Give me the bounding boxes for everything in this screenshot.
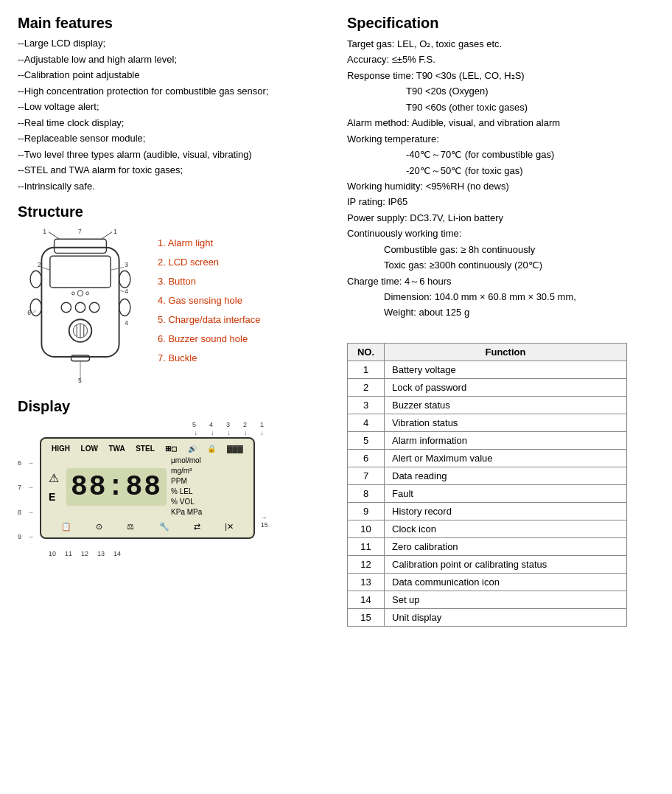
table-cell-no: 7	[348, 467, 385, 484]
table-row: 2Lock of password	[348, 378, 627, 396]
table-cell-function: Zero calibration	[385, 537, 627, 555]
battery-full-icon: ▓▓▓	[227, 445, 243, 453]
table-cell-function: Clock icon	[385, 520, 627, 537]
svg-line-2	[49, 232, 59, 240]
svg-text:4: 4	[125, 319, 128, 327]
spec-line-10: IP rating: IP65	[347, 194, 654, 209]
table-cell-function: Alert or Maximum value	[385, 449, 627, 467]
table-row: 1Battery voltage	[348, 361, 627, 378]
display-section: Display 5 4 3 2 1 ↓ ↓ ↓ ↓ ↓	[18, 398, 325, 557]
svg-point-18	[119, 271, 130, 288]
spec-line-8: -20℃～50℃ (for toxic gas)	[347, 163, 654, 178]
svg-point-19	[119, 299, 130, 316]
table-row: 14Set up	[348, 591, 627, 608]
table-cell-no: 4	[348, 414, 385, 431]
top-num-2: 2	[243, 421, 247, 428]
table-cell-function: Unit display	[385, 608, 627, 626]
svg-text:6: 6	[27, 309, 31, 316]
table-cell-function: Lock of password	[385, 378, 627, 396]
feature-9: --STEL and TWA alarm for toxic gases;	[18, 163, 325, 178]
e-low-battery-icon: E	[49, 491, 59, 503]
top-num-3: 3	[226, 421, 230, 428]
high-label: HIGH	[52, 445, 70, 453]
structure-section: Structure 1 1 7	[18, 203, 325, 391]
table-cell-no: 12	[348, 555, 385, 573]
feature-3: --Calibration point adjustable	[18, 68, 325, 83]
specification-section: Specification Target gas: LEL, O₂, toxic…	[347, 15, 654, 321]
right-num-15: → 15	[261, 514, 276, 529]
svg-point-20	[77, 290, 83, 296]
arrow-4: ↓	[211, 429, 214, 436]
svg-line-25	[41, 267, 49, 270]
spec-line-7: -40℃～70℃ (for combustible gas)	[347, 147, 654, 162]
structure-label-2: 2. LCD screen	[158, 253, 260, 272]
arrows-icon: ⇄	[194, 522, 200, 532]
spec-line-14: Toxic gas: ≥300h continuously (20℃)	[347, 257, 654, 273]
arrow-2: ↓	[244, 429, 248, 436]
table-cell-function: Battery voltage	[385, 361, 627, 378]
feature-1: --Large LCD display;	[18, 36, 325, 51]
lock-icon: 🔒	[207, 445, 216, 453]
left-column: Main features --Large LCD display; --Adj…	[18, 15, 325, 627]
lcd-display: HIGH LOW TWA STEL ⊞◻ 🔊 🔒 ▓▓▓	[40, 437, 255, 539]
table-cell-function: Vibration status	[385, 414, 627, 431]
table-cell-no: 8	[348, 484, 385, 502]
spec-line-12: Continuously working time:	[347, 226, 654, 241]
table-cell-no: 13	[348, 573, 385, 591]
wrench-icon: 🔧	[159, 522, 169, 532]
svg-rect-7	[50, 256, 111, 288]
svg-line-32	[33, 310, 36, 313]
structure-label-4: 4. Gas sensing hole	[158, 291, 260, 310]
unit-ppm: PPM	[171, 476, 202, 487]
spec-line-5: Alarm method: Audible, visual, and vibra…	[347, 115, 654, 130]
left-num-6: 6	[18, 459, 21, 467]
table-row: 11Zero calibration	[348, 537, 627, 555]
table-row: 15Unit display	[348, 608, 627, 626]
table-cell-no: 14	[348, 591, 385, 608]
table-cell-no: 10	[348, 520, 385, 537]
structure-body: 1 1 7	[18, 226, 325, 391]
spec-heading: Specification	[347, 15, 654, 32]
arrow-1: ↓	[261, 429, 265, 436]
rarrow-7: →	[27, 484, 34, 491]
rarrow-9: →	[27, 533, 34, 540]
warning-triangle-icon: ⚠	[49, 471, 59, 485]
left-num-8: 8	[18, 509, 21, 516]
top-num-4: 4	[209, 421, 213, 428]
table-row: 10Clock icon	[348, 520, 627, 537]
unit-lel: % LEL	[171, 487, 202, 497]
table-header-function: Function	[385, 343, 627, 361]
balance-icon: ⚖	[127, 522, 134, 532]
spec-line-11: Power supply: DC3.7V, Li-ion battery	[347, 210, 654, 226]
table-cell-function: Calibration point or calibrating status	[385, 555, 627, 573]
table-row: 3Buzzer status	[348, 396, 627, 414]
feature-4: --High concentration protection for comb…	[18, 84, 325, 99]
main-features-section: Main features --Large LCD display; --Adj…	[18, 15, 325, 193]
clipboard-icon: 📋	[61, 522, 71, 532]
structure-label-3: 3. Button	[158, 272, 260, 291]
table-cell-no: 9	[348, 502, 385, 520]
spec-line-3: T90 <20s (Oxygen)	[347, 83, 654, 99]
feature-6: --Real time clock display;	[18, 116, 325, 130]
table-cell-function: Data communication icon	[385, 573, 627, 591]
display-heading: Display	[18, 398, 325, 415]
bot-num-13: 13	[97, 550, 105, 557]
spec-line-0: Target gas: LEL, O₂, toxic gases etc.	[347, 36, 654, 52]
svg-text:7: 7	[78, 228, 82, 235]
spec-line-4: T90 <60s (other toxic gases)	[347, 100, 654, 115]
unit-vol: % VOL	[171, 497, 202, 507]
svg-line-29	[119, 290, 125, 292]
table-cell-function: Data reading	[385, 467, 627, 484]
main-features-heading: Main features	[18, 15, 325, 32]
table-cell-function: Set up	[385, 591, 627, 608]
spec-line-9: Working humidity: <95%RH (no dews)	[347, 178, 654, 194]
svg-line-27	[111, 267, 124, 270]
feature-10: --Intrinsically safe.	[18, 179, 325, 194]
table-cell-no: 3	[348, 396, 385, 414]
feature-5: --Low voltage alert;	[18, 100, 325, 114]
top-num-5: 5	[192, 421, 196, 428]
svg-point-8	[61, 302, 71, 312]
svg-point-9	[75, 302, 85, 312]
lcd-digit-display: 88:88	[66, 468, 167, 506]
left-num-7: 7	[18, 484, 21, 491]
